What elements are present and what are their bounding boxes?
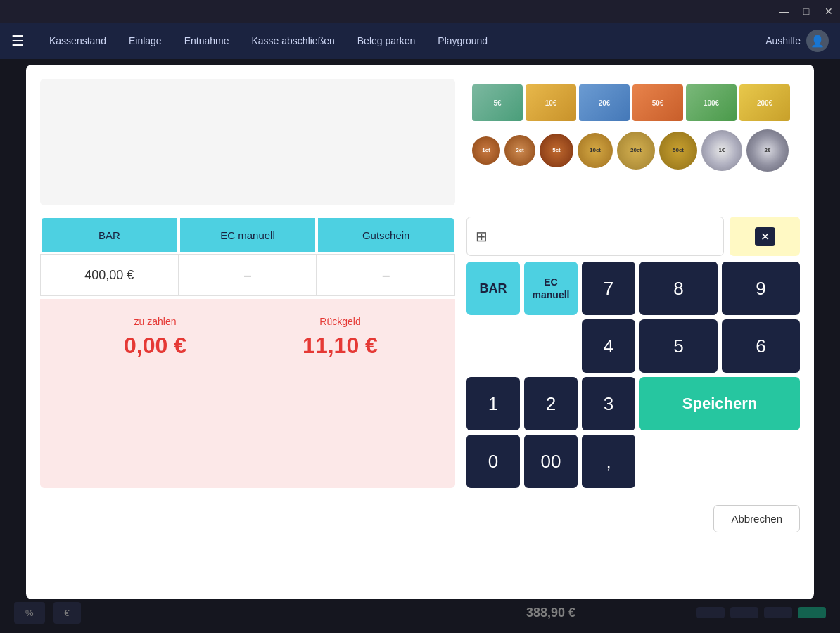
coin-1euro[interactable]: 1€ (701, 130, 742, 171)
nav-beleg-parken[interactable]: Beleg parken (346, 23, 427, 59)
rueckgeld-value: 11,10 € (303, 333, 378, 359)
gutschein-value: – (317, 254, 455, 296)
coin-10ct[interactable]: 10ct (578, 133, 613, 168)
payment-methods-row: BAR EC manuell Gutschein (40, 217, 455, 254)
banknote-5[interactable]: 5€ (472, 84, 523, 121)
modal-footer: Abbrechen (40, 505, 800, 532)
backspace-symbol: ✕ (755, 227, 775, 246)
nav-playground[interactable]: Playground (426, 23, 499, 59)
save-button[interactable]: Speichern (639, 377, 800, 430)
money-left-panel (40, 79, 455, 205)
coin-2ct[interactable]: 2ct (504, 135, 535, 166)
banknotes-row: 5€ 10€ 20€ 50€ 100€ (472, 84, 794, 121)
nav-kassenstand[interactable]: Kassenstand (38, 23, 117, 59)
nav-kasse-abschliessen[interactable]: Kasse abschließen (240, 23, 345, 59)
ec-numpad-button[interactable]: ECmanuell (524, 262, 578, 315)
numpad-grid: 7 8 9 BAR ECmanuell 4 5 6 1 2 3 Speicher… (466, 262, 800, 488)
coin-1ct[interactable]: 1ct (472, 136, 500, 165)
ec-method-button[interactable]: EC manuell (179, 217, 317, 254)
key-comma[interactable]: , (582, 435, 635, 488)
banknote-10[interactable]: 10€ (526, 84, 576, 121)
abbrechen-button[interactable]: Abbrechen (713, 505, 800, 532)
coin-5ct[interactable]: 5ct (540, 134, 573, 167)
minimize-button[interactable]: — (778, 6, 789, 17)
key-7[interactable]: 7 (582, 262, 635, 315)
nav-entnahme[interactable]: Entnahme (173, 23, 241, 59)
coin-2euro[interactable]: 2€ (746, 129, 789, 172)
money-right-panel: 5€ 10€ 20€ 50€ 100€ (466, 79, 800, 205)
main-content: % € 388,90 € 5€ 1 (0, 59, 840, 633)
banknote-20[interactable]: 20€ (579, 84, 630, 121)
navbar: ☰ Kassenstand Einlage Entnahme Kasse abs… (0, 23, 840, 59)
banknote-200[interactable]: 200€ (739, 84, 790, 121)
key-2[interactable]: 2 (524, 377, 578, 430)
user-avatar: 👤 (806, 30, 829, 52)
key-6[interactable]: 6 (722, 319, 800, 373)
zu-zahlen-label: zu zahlen (134, 316, 177, 327)
user-label: Aushilfe (765, 35, 801, 46)
backspace-button[interactable]: ✕ (730, 217, 800, 256)
zu-zahlen-value: 0,00 € (124, 333, 186, 359)
key-1[interactable]: 1 (466, 377, 520, 430)
maximize-button[interactable]: □ (801, 6, 812, 17)
key-0[interactable]: 0 (466, 435, 520, 488)
coin-50ct[interactable]: 50ct (659, 132, 697, 170)
bar-numpad-button[interactable]: BAR (466, 262, 520, 315)
qr-icon: ⊞ (476, 228, 488, 245)
banknote-50[interactable]: 50€ (632, 84, 683, 121)
key-5[interactable]: 5 (639, 319, 718, 373)
gutschein-method-button[interactable]: Gutschein (317, 217, 455, 254)
rueckgeld-item: Rückgeld 11,10 € (248, 316, 433, 471)
key-4[interactable]: 4 (582, 319, 635, 373)
bar-method-button[interactable]: BAR (40, 217, 179, 254)
modal-overlay: 5€ 10€ 20€ 50€ 100€ (0, 59, 840, 633)
coin-20ct[interactable]: 20ct (617, 132, 655, 170)
key-8[interactable]: 8 (639, 262, 718, 315)
numpad-panel: ⊞ ✕ 7 8 9 BAR ECmanuell (466, 217, 800, 488)
numpad-input-field[interactable]: ⊞ (466, 217, 724, 256)
coins-row: 1ct 2ct 5ct 10ct 20ct (472, 127, 794, 174)
rueckgeld-label: Rückgeld (319, 316, 360, 327)
bottom-section: BAR EC manuell Gutschein 400,00 € – – zu… (40, 217, 800, 488)
ec-value: – (179, 254, 317, 296)
numpad-input-row: ⊞ ✕ (466, 217, 800, 256)
zu-zahlen-item: zu zahlen 0,00 € (63, 316, 248, 471)
hamburger-menu[interactable]: ☰ (11, 32, 24, 49)
summary-area: zu zahlen 0,00 € Rückgeld 11,10 € (40, 299, 455, 488)
user-menu[interactable]: Aushilfe 👤 (765, 30, 829, 52)
money-section: 5€ 10€ 20€ 50€ 100€ (40, 79, 800, 205)
key-3[interactable]: 3 (582, 377, 635, 430)
banknote-100[interactable]: 100€ (686, 84, 737, 121)
bar-value: 400,00 € (40, 254, 179, 296)
payment-modal: 5€ 10€ 20€ 50€ 100€ (26, 65, 814, 599)
close-button[interactable]: ✕ (823, 6, 834, 17)
title-bar: — □ ✕ (0, 0, 840, 23)
payment-values-row: 400,00 € – – (40, 254, 455, 296)
key-00[interactable]: 00 (524, 435, 578, 488)
payment-panel: BAR EC manuell Gutschein 400,00 € – – zu… (40, 217, 455, 488)
key-9[interactable]: 9 (722, 262, 800, 315)
nav-einlage[interactable]: Einlage (117, 23, 173, 59)
